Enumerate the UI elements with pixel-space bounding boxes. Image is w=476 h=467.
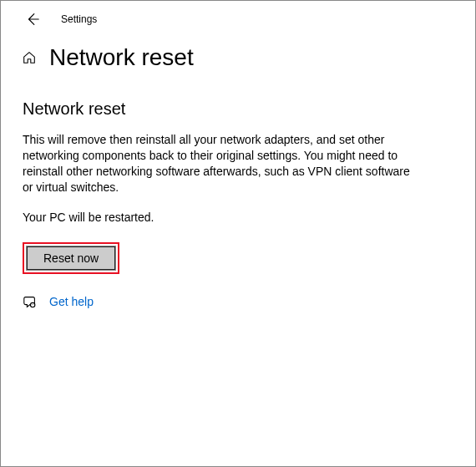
reset-button-highlight: Reset now (23, 242, 119, 274)
arrow-left-icon (25, 12, 40, 27)
page-title-row: Network reset (1, 34, 475, 78)
svg-point-1 (32, 304, 33, 305)
get-help-icon (23, 294, 38, 309)
reset-now-button[interactable]: Reset now (26, 246, 116, 271)
svg-point-2 (33, 304, 34, 305)
window-header: Settings (1, 1, 475, 34)
back-button[interactable] (24, 11, 41, 28)
restart-notice: Your PC will be restarted. (23, 211, 453, 224)
home-icon (21, 49, 38, 66)
page-title: Network reset (49, 44, 194, 71)
section-description: This will remove then reinstall all your… (23, 132, 423, 195)
help-row: Get help (23, 292, 453, 309)
window-title: Settings (61, 13, 97, 25)
section-heading: Network reset (23, 99, 453, 119)
get-help-link[interactable]: Get help (49, 295, 94, 308)
content-area: Network reset This will remove then rein… (1, 78, 475, 309)
svg-point-0 (30, 302, 34, 307)
